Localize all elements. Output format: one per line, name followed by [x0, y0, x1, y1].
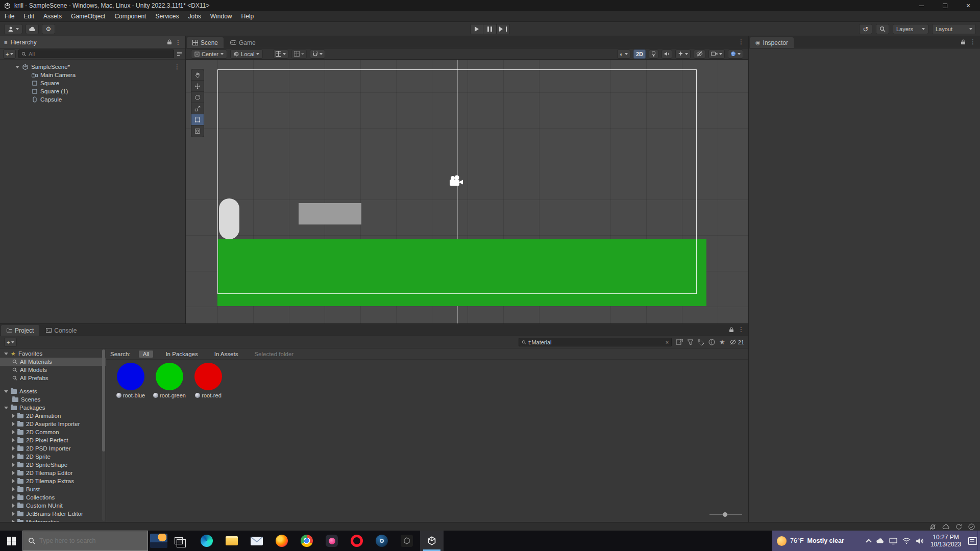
- close-button[interactable]: ×: [957, 0, 980, 11]
- scene-options-icon[interactable]: ⋮: [174, 64, 180, 70]
- foldout-arrow-icon[interactable]: [15, 66, 19, 68]
- tree-all-prefabs[interactable]: All Prefabs: [0, 374, 106, 382]
- scene-effects-dropdown[interactable]: [675, 49, 691, 59]
- hierarchy-item-capsule[interactable]: Capsule: [0, 95, 185, 104]
- taskbar-unity-editor-button[interactable]: [420, 531, 444, 551]
- network-wifi-icon[interactable]: [902, 538, 911, 544]
- pause-button[interactable]: [483, 24, 497, 34]
- play-button[interactable]: [470, 24, 483, 34]
- grid-settings-button[interactable]: [291, 49, 307, 59]
- taskbar-search-box[interactable]: [22, 531, 148, 551]
- filter-by-type-icon[interactable]: [687, 339, 694, 345]
- capsule-object[interactable]: [219, 198, 239, 239]
- camera-gizmo[interactable]: [448, 175, 464, 187]
- inspector-menu-icon[interactable]: ⋮: [970, 39, 976, 45]
- tree-package[interactable]: 2D Animation: [0, 412, 106, 420]
- menu-help[interactable]: Help: [237, 11, 259, 21]
- tree-package[interactable]: Burst: [0, 485, 106, 493]
- tab-scene[interactable]: Scene: [187, 37, 224, 48]
- tree-all-models[interactable]: All Models: [0, 366, 106, 374]
- scene-visibility-toggle[interactable]: [694, 49, 705, 59]
- scene-camera-dropdown[interactable]: [708, 49, 725, 59]
- snap-increment-button[interactable]: [310, 49, 325, 59]
- hierarchy-item-square[interactable]: Square: [0, 79, 185, 87]
- tree-all-materials[interactable]: All Materials: [0, 358, 106, 366]
- square-object[interactable]: [299, 203, 361, 224]
- save-search-star-icon[interactable]: ★: [719, 338, 725, 346]
- hierarchy-item-main-camera[interactable]: Main Camera: [0, 71, 185, 79]
- shading-mode-dropdown[interactable]: ◐: [617, 49, 630, 59]
- tab-inspector[interactable]: ◉ Inspector: [750, 37, 794, 48]
- taskbar-clock[interactable]: 10:27 PM 10/13/2023: [928, 534, 963, 548]
- asset-root-blue[interactable]: root-blue: [111, 363, 150, 398]
- taskbar-gitkraken-button[interactable]: [320, 531, 344, 551]
- mute-bell-icon[interactable]: [929, 523, 936, 530]
- space-dropdown[interactable]: Local: [230, 49, 263, 59]
- progress-check-icon[interactable]: [968, 523, 975, 530]
- menu-window[interactable]: Window: [206, 11, 237, 21]
- asset-root-green[interactable]: root-green: [150, 363, 189, 398]
- icon-size-slider[interactable]: [709, 511, 742, 517]
- tree-packages[interactable]: Packages: [0, 404, 106, 412]
- step-button[interactable]: [497, 24, 510, 34]
- tree-package[interactable]: 2D Aseprite Importer: [0, 420, 106, 428]
- menu-component[interactable]: Component: [110, 11, 151, 21]
- search-everywhere-button[interactable]: [876, 24, 889, 34]
- taskbar-search-input[interactable]: [39, 537, 131, 544]
- hidden-packages-toggle[interactable]: 21: [729, 339, 744, 345]
- lock-icon[interactable]: [167, 39, 172, 45]
- menu-jobs[interactable]: Jobs: [183, 11, 205, 21]
- services-button[interactable]: ⚙: [42, 24, 55, 34]
- rect-tool-button[interactable]: [191, 114, 204, 126]
- action-center-icon[interactable]: [968, 537, 977, 545]
- gizmos-dropdown[interactable]: [728, 49, 743, 59]
- start-button[interactable]: [0, 531, 22, 551]
- 2d-mode-toggle[interactable]: 2D: [633, 49, 646, 59]
- onedrive-cloud-icon[interactable]: [876, 538, 884, 544]
- project-search-input[interactable]: [528, 339, 663, 345]
- tree-package[interactable]: 2D Pixel Perfect: [0, 436, 106, 444]
- menu-gameobject[interactable]: GameObject: [66, 11, 110, 21]
- scene-audio-toggle[interactable]: [662, 49, 672, 59]
- tree-package[interactable]: Collections: [0, 493, 106, 502]
- volume-icon[interactable]: [916, 538, 923, 544]
- tab-game[interactable]: Game: [225, 37, 261, 48]
- tree-package[interactable]: 2D Sprite: [0, 453, 106, 461]
- taskbar-mail-button[interactable]: [245, 531, 268, 551]
- taskbar-opera-button[interactable]: [345, 531, 369, 551]
- project-menu-icon[interactable]: ⋮: [738, 327, 744, 333]
- open-search-window-icon[interactable]: [676, 339, 683, 345]
- taskbar-chrome-button[interactable]: [295, 531, 318, 551]
- filter-by-label-icon[interactable]: [698, 339, 704, 345]
- tree-assets[interactable]: Assets: [0, 387, 106, 395]
- tree-package[interactable]: 2D Common: [0, 428, 106, 436]
- scope-in-packages[interactable]: In Packages: [161, 350, 202, 358]
- scope-all[interactable]: All: [139, 350, 154, 358]
- hand-tool-button[interactable]: [191, 69, 204, 81]
- minimize-button[interactable]: [910, 0, 933, 11]
- project-search-field[interactable]: ×: [519, 338, 672, 346]
- show-desktop-button[interactable]: [977, 531, 980, 551]
- tree-scrollbar[interactable]: [102, 349, 105, 521]
- taskbar-unity-hub-button[interactable]: [395, 531, 419, 551]
- menu-assets[interactable]: Assets: [39, 11, 66, 21]
- info-icon[interactable]: [708, 339, 715, 345]
- scene-viewport[interactable]: [186, 60, 748, 323]
- hierarchy-search-input[interactable]: [29, 51, 171, 57]
- tree-favorites[interactable]: ★ Favorites: [0, 349, 106, 358]
- hierarchy-scene-row[interactable]: SampleScene* ⋮: [0, 63, 185, 71]
- clear-search-icon[interactable]: ×: [666, 339, 669, 345]
- cloud-icon[interactable]: [942, 524, 949, 530]
- hierarchy-add-button[interactable]: +: [3, 49, 16, 59]
- lock-icon[interactable]: [961, 39, 966, 45]
- tab-project[interactable]: Project: [1, 325, 39, 336]
- taskbar-steam-button[interactable]: [370, 531, 394, 551]
- layers-dropdown[interactable]: Layers: [893, 24, 928, 34]
- cloud-button[interactable]: [26, 24, 39, 34]
- tree-package[interactable]: 2D PSD Importer: [0, 444, 106, 453]
- project-add-button[interactable]: +: [4, 338, 17, 347]
- menu-file[interactable]: File: [0, 11, 19, 21]
- hierarchy-menu-icon[interactable]: ⋮: [175, 39, 181, 45]
- undo-history-button[interactable]: ↺: [859, 24, 872, 34]
- pivot-dropdown[interactable]: Center: [191, 49, 227, 59]
